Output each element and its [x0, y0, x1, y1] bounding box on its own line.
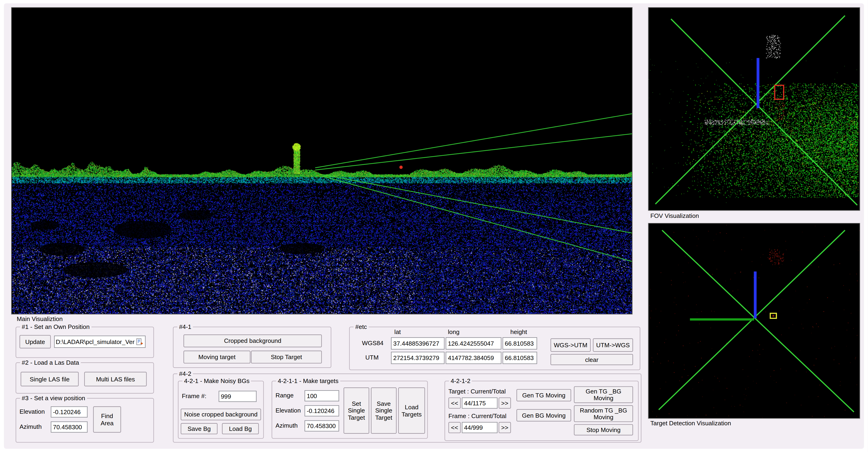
utm-to-wgs-button[interactable]: UTM->WGS — [593, 338, 633, 352]
wgs84-height-input[interactable] — [502, 337, 537, 350]
wgs84-label: WGS84 — [362, 340, 383, 346]
fov-visualization-canvas[interactable] — [648, 7, 860, 211]
target-prev-button[interactable]: << — [448, 397, 461, 409]
target-azimuth-label: Azimuth — [276, 422, 298, 429]
utm-lat-input[interactable] — [391, 352, 444, 364]
update-button[interactable]: Update — [20, 335, 51, 348]
group-set-own-position: #1 - Set an Own Position Update D:\LADAR… — [16, 327, 154, 358]
frame-prev-button[interactable]: << — [448, 422, 461, 433]
gen-tg-bg-moving-button[interactable]: Gen TG _BG Moving — [574, 386, 633, 403]
utm-label: UTM — [365, 354, 379, 361]
group-4-2-1-title: 4-2-1 - Make Noisy BGs — [182, 378, 251, 384]
group-4-2-1-1: 4-2-1-1 - Make targets Range Elevation A… — [272, 381, 428, 439]
frame-current-total-label: Frame : Current/Total — [448, 413, 506, 419]
wgs84-lat-input[interactable] — [391, 337, 444, 350]
clear-button[interactable]: clear — [551, 354, 633, 365]
save-bg-button[interactable]: Save Bg — [181, 423, 218, 434]
target-current-total-label: Target : Current/Total — [448, 388, 506, 395]
group-etc: #etc lat long height WGS84 UTM WGS->UTM … — [349, 327, 640, 370]
random-tg-bg-moving-button[interactable]: Random TG _BG Moving — [574, 405, 633, 422]
etc-col-lat: lat — [394, 328, 401, 335]
path-field-text: D:\LADAR\pcl_simulator_Ver1 — [56, 338, 135, 345]
wgs84-long-input[interactable] — [446, 337, 501, 350]
frame-number-label: Frame #: — [182, 392, 206, 399]
group-set-view-position: #3 - Set a view position Elevation Azimu… — [16, 398, 154, 443]
stop-target-button[interactable]: Stop Target — [251, 351, 322, 363]
single-las-file-button[interactable]: Single LAS file — [21, 372, 79, 386]
load-targets-button[interactable]: Load Targets — [398, 387, 425, 434]
azimuth-input[interactable] — [51, 421, 87, 432]
range-label: Range — [276, 392, 294, 398]
azimuth-label: Azimuth — [20, 423, 41, 430]
target-next-button[interactable]: >> — [499, 397, 511, 409]
browse-icon[interactable] — [135, 337, 144, 346]
group-4-2-1-2: 4-2-1-2 Target : Current/Total << >> Fra… — [444, 381, 639, 441]
group-4-2-1-1-title: 4-2-1-1 - Make targets — [276, 378, 340, 384]
utm-long-input[interactable] — [446, 352, 501, 364]
target-visualization-canvas[interactable] — [648, 223, 860, 419]
target-elevation-label: Elevation — [276, 407, 301, 414]
group-4-2-title: #4-2 — [177, 370, 193, 377]
multi-las-files-button[interactable]: Multi LAS files — [84, 372, 147, 386]
target-azimuth-input[interactable] — [304, 420, 339, 431]
group-4-2-1-2-title: 4-2-1-2 — [449, 378, 472, 384]
group-etc-title: #etc — [354, 323, 369, 330]
group-4-1: #4-1 Cropped background Moving target St… — [173, 327, 332, 368]
load-bg-button[interactable]: Load Bg — [222, 423, 259, 434]
find-area-button[interactable]: Find Area — [93, 407, 121, 433]
noise-cropped-background-button[interactable]: Noise cropped background — [181, 409, 261, 420]
group-load-las-data: #2 - Load a Las Data Single LAS file Mul… — [16, 362, 154, 393]
group-load-las-data-title: #2 - Load a Las Data — [20, 359, 81, 366]
target-visualization-label: Target Detection Visualization — [650, 420, 731, 426]
etc-col-long: long — [448, 328, 460, 335]
frame-number-input[interactable] — [219, 391, 256, 402]
app-root: Main Visualiztion FOV Visualization Targ… — [0, 0, 868, 452]
target-counter-input[interactable] — [462, 397, 498, 409]
path-field[interactable]: D:\LADAR\pcl_simulator_Ver1 — [54, 336, 146, 348]
utm-height-input[interactable] — [502, 352, 537, 364]
range-input[interactable] — [304, 390, 339, 401]
fov-visualization-label: FOV Visualization — [650, 212, 699, 219]
frame-next-button[interactable]: >> — [499, 422, 511, 433]
group-4-2: #4-2 4-2-1 - Make Noisy BGs Frame #: Noi… — [173, 374, 642, 443]
gen-tg-moving-button[interactable]: Gen TG Moving — [516, 389, 571, 401]
save-single-target-button[interactable]: Save Single Target — [371, 387, 397, 434]
group-set-own-position-title: #1 - Set an Own Position — [20, 323, 91, 330]
group-set-view-position-title: #3 - Set a view position — [20, 395, 87, 401]
moving-target-button[interactable]: Moving target — [184, 351, 250, 363]
elevation-input[interactable] — [51, 407, 87, 418]
elevation-label: Elevation — [20, 408, 45, 415]
etc-col-height: height — [510, 328, 527, 335]
main-visualization-label: Main Visualiztion — [17, 316, 63, 322]
stop-moving-button[interactable]: Stop Moving — [574, 424, 633, 435]
cropped-background-button[interactable]: Cropped background — [184, 334, 322, 347]
gen-bg-moving-button[interactable]: Gen BG Moving — [516, 409, 571, 422]
target-elevation-input[interactable] — [304, 405, 339, 416]
group-4-2-1: 4-2-1 - Make Noisy BGs Frame #: Noise cr… — [178, 381, 264, 439]
wgs-to-utm-button[interactable]: WGS->UTM — [551, 338, 591, 352]
main-visualization-canvas[interactable] — [11, 7, 632, 314]
set-single-target-button[interactable]: Set Single Target — [343, 387, 369, 434]
group-4-1-title: #4-1 — [177, 323, 193, 330]
frame-counter-input[interactable] — [462, 422, 498, 433]
app-stage: Main Visualiztion FOV Visualization Targ… — [0, 0, 868, 452]
